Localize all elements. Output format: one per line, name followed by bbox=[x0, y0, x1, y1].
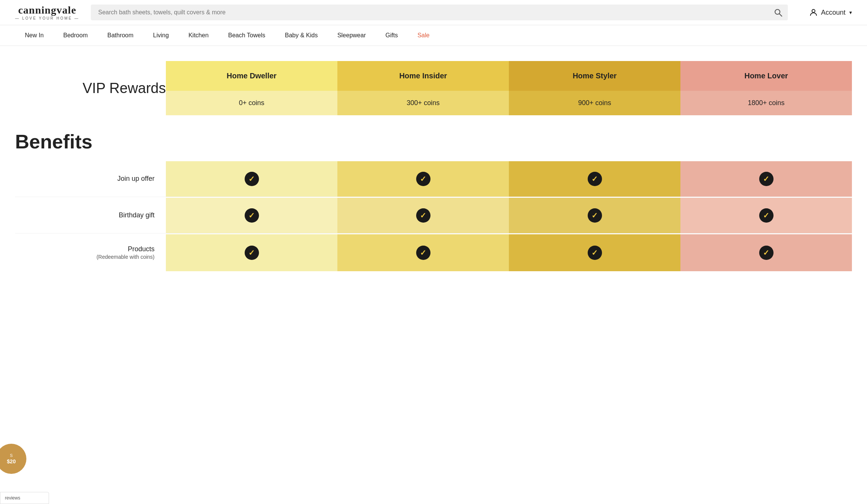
account-button[interactable]: Account ▾ bbox=[799, 8, 852, 17]
benefit-row-birthday: Birthday gift bbox=[15, 197, 852, 233]
benefit-row-products: Products (Redeemable with coins) bbox=[15, 234, 852, 271]
checkmark-icon bbox=[759, 172, 774, 186]
logo-tagline-wrap: — LOVE YOUR HOME — bbox=[15, 15, 80, 20]
nav-item-sleepwear[interactable]: Sleepwear bbox=[328, 25, 376, 46]
checkmark-icon bbox=[588, 208, 602, 223]
logo-name: canningvale bbox=[18, 5, 76, 15]
checkmark-icon bbox=[245, 246, 259, 260]
checkmark-icon bbox=[416, 208, 430, 223]
benefit-checks-birthday bbox=[166, 198, 852, 233]
benefit-label-join-up: Join up offer bbox=[15, 161, 166, 197]
benefits-section: Benefits Join up offer bbox=[15, 130, 852, 271]
tier-coins-3: 900+ coins bbox=[509, 91, 680, 115]
nav-item-new-in[interactable]: New In bbox=[15, 25, 54, 46]
search-wrapper bbox=[91, 5, 788, 20]
chevron-down-icon: ▾ bbox=[849, 9, 852, 15]
benefit-checks-join-up bbox=[166, 161, 852, 197]
vip-tiers-grid: Home Dweller Home Insider Home Styler Ho… bbox=[166, 61, 852, 115]
tier-coins-1: 0+ coins bbox=[166, 91, 337, 115]
svg-line-1 bbox=[780, 14, 782, 17]
nav-item-living[interactable]: Living bbox=[143, 25, 179, 46]
benefit-check-products-2 bbox=[337, 234, 509, 271]
nav-item-gifts[interactable]: Gifts bbox=[375, 25, 407, 46]
main-content: VIP Rewards Home Dweller Home Insider Ho… bbox=[0, 46, 867, 271]
benefit-check-join-up-1 bbox=[166, 161, 337, 197]
nav-item-kitchen[interactable]: Kitchen bbox=[179, 25, 218, 46]
tier-header-3: Home Styler bbox=[509, 61, 680, 91]
benefit-check-join-up-2 bbox=[337, 161, 509, 197]
benefit-check-products-1 bbox=[166, 234, 337, 271]
tier-coins-4: 1800+ coins bbox=[680, 91, 852, 115]
nav-item-bedroom[interactable]: Bedroom bbox=[54, 25, 98, 46]
benefit-check-join-up-3 bbox=[509, 161, 680, 197]
checkmark-icon bbox=[759, 208, 774, 223]
benefit-check-birthday-1 bbox=[166, 198, 337, 233]
vip-rewards-section: VIP Rewards Home Dweller Home Insider Ho… bbox=[15, 61, 852, 115]
checkmark-icon bbox=[245, 172, 259, 186]
nav-item-bathroom[interactable]: Bathroom bbox=[98, 25, 143, 46]
vip-label-cell: VIP Rewards bbox=[15, 61, 166, 115]
search-icon bbox=[774, 8, 783, 17]
checkmark-icon bbox=[245, 208, 259, 223]
logo-tagline: — LOVE YOUR HOME — bbox=[15, 16, 80, 20]
vip-title: VIP Rewards bbox=[83, 80, 166, 96]
tier-header-4: Home Lover bbox=[680, 61, 852, 91]
benefits-table: Join up offer bbox=[15, 160, 852, 271]
benefit-check-birthday-3 bbox=[509, 198, 680, 233]
nav-item-sale[interactable]: Sale bbox=[407, 25, 439, 46]
nav-item-baby-kids[interactable]: Baby & Kids bbox=[275, 25, 328, 46]
search-input[interactable] bbox=[91, 5, 788, 20]
benefit-row-join-up: Join up offer bbox=[15, 160, 852, 197]
benefit-checks-products bbox=[166, 234, 852, 271]
site-header: canningvale — LOVE YOUR HOME — Account ▾ bbox=[0, 0, 867, 25]
benefit-check-products-4 bbox=[680, 234, 852, 271]
benefit-check-birthday-4 bbox=[680, 198, 852, 233]
benefit-label-products: Products (Redeemable with coins) bbox=[15, 234, 166, 271]
benefit-check-products-3 bbox=[509, 234, 680, 271]
account-label: Account bbox=[821, 9, 846, 17]
benefit-check-birthday-2 bbox=[337, 198, 509, 233]
search-button[interactable] bbox=[774, 8, 783, 17]
benefit-check-join-up-4 bbox=[680, 161, 852, 197]
nav-item-beach-towels[interactable]: Beach Towels bbox=[218, 25, 275, 46]
svg-point-2 bbox=[812, 9, 815, 12]
checkmark-icon bbox=[759, 246, 774, 260]
logo[interactable]: canningvale — LOVE YOUR HOME — bbox=[15, 5, 80, 20]
main-nav: New In Bedroom Bathroom Living Kitchen B… bbox=[0, 25, 867, 46]
checkmark-icon bbox=[588, 172, 602, 186]
user-icon bbox=[809, 8, 818, 17]
tier-header-2: Home Insider bbox=[337, 61, 509, 91]
benefit-label-birthday: Birthday gift bbox=[15, 198, 166, 233]
checkmark-icon bbox=[416, 246, 430, 260]
tier-coins-2: 300+ coins bbox=[337, 91, 509, 115]
checkmark-icon bbox=[588, 246, 602, 260]
tier-header-1: Home Dweller bbox=[166, 61, 337, 91]
benefits-title: Benefits bbox=[15, 130, 852, 153]
checkmark-icon bbox=[416, 172, 430, 186]
